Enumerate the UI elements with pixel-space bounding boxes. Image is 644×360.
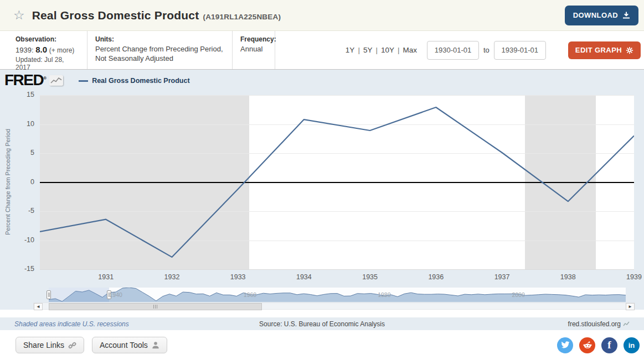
navigator-year-label: 2000 — [507, 291, 529, 298]
chart-legend: Real Gross Domestic Product — [79, 77, 189, 85]
range-navigator[interactable]: 1940196019802000 — [49, 288, 626, 302]
end-date-input[interactable] — [494, 41, 546, 60]
observation-value: 8.0 — [35, 45, 47, 54]
y-axis-title: Percent Change from Preceding Period — [4, 129, 11, 235]
x-tick-label: 1934 — [287, 273, 321, 281]
chart-area: FRED® Real Gross Domestic Product Percen… — [0, 70, 644, 310]
page-title: Real Gross Domestic Product(A191RL1A225N… — [32, 9, 281, 22]
navigator-handle-left[interactable] — [47, 290, 51, 299]
account-tools-label: Account Tools — [100, 341, 148, 349]
legend-series-label: Real Gross Domestic Product — [92, 77, 189, 85]
navigator-series — [49, 288, 626, 302]
start-date-input[interactable] — [427, 41, 479, 60]
scrollbar-right-arrow-icon[interactable]: ► — [626, 303, 635, 310]
facebook-icon[interactable]: f — [601, 337, 617, 353]
download-icon — [622, 12, 630, 19]
reddit-icon[interactable] — [579, 337, 595, 353]
navigator-year-label: 1940 — [105, 291, 127, 298]
scrollbar-left-arrow-icon[interactable]: ◄ — [34, 303, 43, 310]
share-links-button[interactable]: Share Links — [16, 337, 84, 353]
chart-header-row: FRED® Real Gross Domestic Product — [4, 72, 190, 88]
gdp-line-series — [40, 95, 634, 269]
date-range-to-label: to — [483, 46, 490, 54]
x-tick-label: 1931 — [89, 273, 122, 281]
scrollbar-grip — [153, 305, 158, 309]
observation-label: Observation: — [16, 35, 80, 43]
y-tick-label: -15 — [16, 265, 34, 273]
y-tick-label: 0 — [16, 178, 34, 186]
favorite-star-icon[interactable]: ☆ — [13, 9, 25, 22]
series-id: (A191RL1A225NBEA) — [203, 13, 281, 21]
units-label: Units: — [95, 35, 225, 43]
y-tick-label: -5 — [16, 207, 34, 215]
edit-graph-label: EDIT GRAPH — [575, 46, 622, 54]
navigator-year-label: 1980 — [373, 291, 395, 298]
observation-more-link[interactable]: (+ more) — [49, 46, 75, 54]
linkedin-icon[interactable]: in — [624, 337, 640, 353]
frequency-section: Frequency: Annual — [233, 31, 275, 69]
info-bar: Observation: 1939: 8.0 (+ more) Updated:… — [0, 31, 644, 70]
bottom-toolbar: Share Links Account Tools — [0, 330, 644, 360]
twitter-icon[interactable] — [557, 337, 573, 353]
range-link-max[interactable]: Max — [403, 46, 417, 54]
y-tick-label: 10 — [16, 120, 34, 128]
y-gridline — [40, 269, 634, 270]
mini-chart-icon — [623, 321, 630, 327]
link-icon — [68, 341, 76, 349]
x-tick-label: 1938 — [552, 273, 585, 281]
observation-value-line: 1939: 8.0 (+ more) — [16, 45, 80, 54]
range-link-10y[interactable]: 10Y — [381, 46, 394, 54]
download-button[interactable]: DOWNLOAD — [565, 6, 638, 25]
fred-graph-page: ☆ Real Gross Domestic Product(A191RL1A22… — [0, 0, 644, 360]
range-zoom-links: 1Y|5Y|10Y|Max — [346, 46, 417, 54]
observation-section: Observation: 1939: 8.0 (+ more) Updated:… — [0, 31, 87, 69]
range-controls: 1Y|5Y|10Y|Max to EDIT GRAPH — [346, 31, 644, 69]
navigator-year-label: 1960 — [239, 291, 261, 298]
scrollbar-thumb[interactable] — [49, 303, 262, 310]
gear-icon — [626, 46, 633, 54]
updated-date: Updated: Jul 28, 2017 — [16, 56, 80, 71]
share-links-label: Share Links — [23, 341, 64, 349]
navigator-selected-range[interactable] — [49, 288, 109, 302]
source-note: Source: U.S. Bureau of Economic Analysis — [0, 320, 644, 328]
x-tick-label: 1936 — [419, 273, 452, 281]
site-link[interactable]: fred.stlouisfed.org — [568, 320, 630, 328]
observation-period: 1939: — [16, 46, 34, 54]
units-value: Percent Change from Preceding Period, No… — [95, 45, 225, 64]
units-section: Units: Percent Change from Preceding Per… — [87, 31, 233, 69]
x-tick-label: 1933 — [221, 273, 255, 281]
download-button-label: DOWNLOAD — [573, 11, 618, 19]
range-link-5y[interactable]: 5Y — [363, 46, 373, 54]
x-tick-label: 1932 — [155, 273, 188, 281]
y-tick-label: -10 — [16, 236, 34, 244]
y-tick-label: 5 — [16, 149, 34, 156]
edit-graph-button[interactable]: EDIT GRAPH — [568, 41, 641, 59]
fred-logo: FRED® — [4, 72, 47, 88]
series-title: Real Gross Domestic Product — [32, 9, 199, 22]
x-tick-label: 1935 — [353, 273, 387, 281]
x-tick-label: 1937 — [486, 273, 519, 281]
range-link-1y[interactable]: 1Y — [346, 46, 355, 54]
navigator-scrollbar[interactable]: ◄ ► — [33, 302, 635, 310]
legend-line-swatch — [79, 80, 88, 82]
plot-area[interactable] — [40, 95, 634, 270]
x-tick-label: 1939 — [617, 273, 644, 281]
chart-footer: Shaded areas indicate U.S. recessions So… — [0, 317, 644, 330]
account-tools-button[interactable]: Account Tools — [92, 337, 167, 353]
social-share-icons: f in — [557, 337, 640, 353]
frequency-label: Frequency: — [240, 35, 268, 43]
person-icon — [152, 341, 159, 349]
fred-logo-chart-icon — [49, 75, 63, 86]
y-tick-label: 15 — [16, 91, 34, 98]
title-bar: ☆ Real Gross Domestic Product(A191RL1A22… — [0, 0, 644, 31]
frequency-value: Annual — [240, 45, 268, 54]
